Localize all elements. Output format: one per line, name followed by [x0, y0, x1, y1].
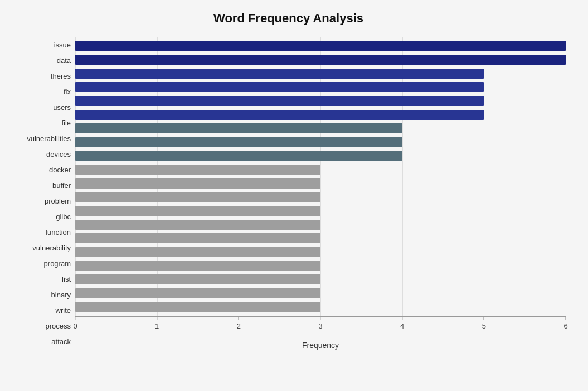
bar-row: [75, 232, 566, 244]
bar: [75, 137, 402, 147]
bar-row: [75, 246, 566, 258]
y-label: users: [53, 104, 71, 111]
x-tick: 1: [155, 317, 159, 330]
bar: [75, 261, 320, 271]
y-label: problem: [45, 197, 71, 205]
bar-row: [75, 136, 566, 148]
x-tick-line: [157, 317, 157, 320]
x-tick: 0: [73, 317, 77, 330]
y-label: data: [57, 57, 71, 64]
x-axis: 0123456: [75, 316, 566, 339]
bar-row: [75, 122, 566, 134]
bar-row: [75, 260, 566, 272]
chart-container: Word Frequency Analysis issuedatatheresf…: [0, 0, 588, 391]
y-label: docker: [49, 166, 71, 173]
bar: [75, 233, 320, 243]
bar-row: [75, 205, 566, 217]
bar: [75, 220, 320, 230]
y-labels: issuedatatheresfixusersfilevulnerabiliti…: [11, 37, 75, 350]
bar-row: [75, 109, 566, 121]
y-label: list: [62, 276, 71, 283]
bar-row: [75, 219, 566, 231]
x-tick-line: [320, 317, 320, 320]
bar: [75, 274, 320, 284]
x-tick: 5: [482, 317, 486, 330]
bar-row: [75, 149, 566, 162]
bar-row: [75, 95, 566, 107]
x-tick-line: [402, 317, 402, 320]
bar-row: [75, 287, 566, 300]
grid-line: [566, 37, 566, 316]
bar-row: [75, 191, 566, 203]
bar: [75, 110, 484, 120]
bar: [75, 206, 320, 216]
y-label: write: [56, 307, 71, 314]
bars-and-x: 0123456 Frequency: [75, 37, 566, 350]
bar: [75, 151, 402, 161]
x-tick: 6: [563, 317, 567, 330]
bar: [75, 69, 484, 79]
y-label: process: [45, 322, 71, 330]
x-tick-label: 6: [563, 322, 567, 330]
bar-row: [75, 81, 566, 93]
x-tick-label: 1: [155, 322, 159, 330]
x-tick-line: [565, 317, 566, 320]
y-label: program: [44, 260, 71, 267]
x-tick-label: 0: [73, 322, 77, 330]
y-label: binary: [51, 291, 71, 298]
x-tick-label: 3: [318, 322, 322, 330]
bar-row: [75, 177, 566, 190]
y-label: glibc: [56, 213, 71, 220]
bar-row: [75, 301, 566, 313]
bar: [75, 247, 320, 257]
bar: [75, 82, 484, 92]
y-label: file: [61, 119, 71, 127]
y-label: theres: [51, 73, 71, 80]
y-label: function: [45, 229, 71, 236]
y-label: buffer: [52, 182, 71, 189]
bar-row: [75, 67, 566, 80]
x-tick-line: [75, 317, 75, 320]
bars-list: [75, 37, 566, 316]
bar: [75, 123, 402, 133]
chart-title: Word Frequency Analysis: [11, 11, 566, 26]
bar: [75, 302, 320, 312]
bar-row: [75, 163, 566, 176]
x-tick-line: [239, 317, 239, 320]
x-tick: 3: [318, 317, 322, 330]
x-tick-label: 4: [400, 322, 404, 330]
bars-area: [75, 37, 566, 316]
x-tick-label: 2: [237, 322, 241, 330]
x-tick: 2: [237, 317, 241, 330]
bar: [75, 165, 320, 175]
x-tick: 4: [400, 317, 404, 330]
y-label: fix: [64, 88, 71, 95]
y-label: vulnerability: [32, 244, 71, 252]
y-label: vulnerabilities: [27, 135, 71, 142]
bar: [75, 178, 320, 189]
bar: [75, 96, 484, 106]
y-label: attack: [51, 338, 71, 345]
y-label: issue: [54, 41, 71, 49]
x-tick-label: 5: [482, 322, 486, 330]
bar-row: [75, 273, 566, 286]
chart-area: issuedatatheresfixusersfilevulnerabiliti…: [11, 37, 566, 350]
bar: [75, 41, 566, 51]
bar: [75, 192, 320, 202]
bar: [75, 288, 320, 298]
x-axis-title: Frequency: [75, 341, 566, 350]
bar: [75, 55, 566, 65]
bar-row: [75, 54, 566, 66]
bar-row: [75, 40, 566, 52]
y-label: devices: [46, 151, 71, 158]
x-tick-line: [484, 317, 484, 320]
